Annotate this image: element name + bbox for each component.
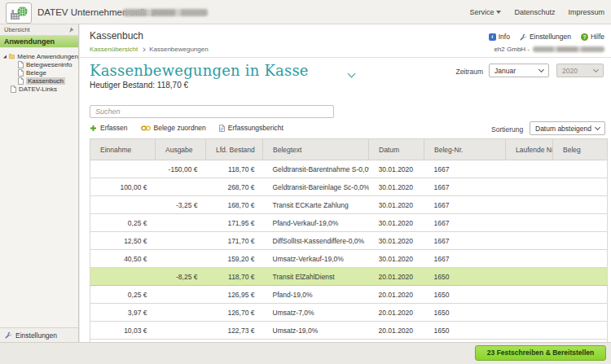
tree-expanded-icon[interactable] [3,55,7,59]
kasse-heading: Kassenbewegungen in Kasse [90,62,309,79]
table-row[interactable]: 0,25 €171,95 €Pfand-Verkauf-19,0%30.01.2… [90,214,608,232]
cell-datum: 30.01.2020 [369,250,424,268]
sidebar-einstellungen[interactable]: Einstellungen [0,327,78,342]
table-row[interactable]: -150,00 €118,70 €Geldtransit-Barentnahme… [90,160,608,178]
zeitraum-label: Zeitraum [426,68,483,76]
cell-datum: 20.01.2020 [369,322,424,340]
datev-logo-icon [6,2,32,24]
table-row[interactable]: 40,50 €159,20 €Umsatz-Verkauf-19,0%30.01… [90,250,608,268]
cell-einnahme [90,160,156,178]
cell-ausgabe: -3,25 € [156,196,206,214]
cell-belegtext: Geldtransit-Bareinlage Sc-0,0% [263,178,369,196]
cell-laufende_nr [506,232,553,250]
top-bar: DATEV Unternehmen online Service Datensc… [0,0,611,24]
sidebar-section-anwendungen: Anwendungen [0,36,78,48]
cell-einnahme: 40,50 € [90,250,156,268]
erfassungsbericht-button[interactable]: Erfassungsbericht [219,124,284,132]
caret-down-icon [496,11,501,14]
company-name-redacted [533,46,604,52]
cell-bestand: 171,70 € [206,232,263,250]
hilfe-button[interactable]: ? Hilfe [581,33,604,41]
cell-beleg [553,232,608,250]
sidebar: Übersicht Anwendungen Meine Anwendungen [0,24,79,342]
nav-datenschutz[interactable]: Datenschutz [514,8,555,16]
balance-value: 118,70 € [157,81,188,90]
cell-datum: 30.01.2020 [369,178,424,196]
col-datum: Datum [369,139,424,160]
table-row[interactable]: -8,25 €118,70 €Transit ElZahlDienst20.01… [90,268,608,286]
month-select[interactable]: Januar [489,64,549,77]
tree-item-belege[interactable]: Belege [18,68,78,77]
erfassen-button[interactable]: Erfassen [90,124,128,132]
cell-beleg [553,286,608,304]
kassenbewegungen-table: Einnahme Ausgabe Lfd. Bestand Belegtext … [90,138,608,342]
table-row[interactable]: 100,00 €268,70 €Geldtransit-Bareinlage S… [90,178,608,196]
table-row[interactable]: 0,25 €126,95 €Pfand-19,0%20.01.20201650 [90,286,608,304]
belege-zuordnen-button[interactable]: Belege zuordnen [141,124,206,132]
cell-beleg_nr: 1667 [424,214,506,232]
app-tree: Meine Anwendungen Belegweseninfo Belege [0,48,78,93]
col-laufende-nr: Laufende Nr. [506,139,553,160]
tree-item-belegweseninfo[interactable]: Belegweseninfo [18,60,78,68]
cell-beleg_nr: 1667 [424,232,506,250]
pin-icon[interactable] [68,27,74,33]
cell-belegtext: DiffSollIst-Kassendiffere-0,0% [263,232,369,250]
balance-line: Heutiger Bestand: 118,70 € [90,81,188,90]
breadcrumb: Kassenübersicht Kassenbewegungen [90,46,209,53]
cell-bestand: 122,73 € [206,322,263,340]
cell-laufende_nr [506,250,553,268]
nav-service[interactable]: Service [469,8,501,16]
cell-einnahme: 0,25 € [90,214,156,232]
tree-item-datev-links[interactable]: DATEV-Links [11,85,78,93]
cell-beleg_nr: 1650 [424,268,506,286]
chevron-down-icon [595,125,600,130]
sidebar-einstellungen-label: Einstellungen [15,331,57,340]
table-row[interactable]: 3,97 €126,70 €Umsatz-7,0%20.01.20201650 [90,304,608,322]
table-row[interactable]: -3,25 €168,70 €Transit ECKarte Zahlung30… [90,196,608,214]
cell-beleg_nr: 1667 [424,196,506,214]
year-select[interactable]: 2020 [556,64,604,77]
table-body: -150,00 €118,70 €Geldtransit-Barentnahme… [90,160,608,343]
cell-beleg [553,322,608,340]
cell-beleg [553,178,608,196]
folder-icon [9,53,15,59]
document-icon [18,61,24,68]
user-name-redacted [123,9,208,16]
col-beleg: Beleg [553,139,608,160]
cell-datum: 20.01.2020 [369,304,424,322]
cell-datum: 30.01.2020 [369,232,424,250]
document-icon [18,77,24,85]
cell-bestand: 168,70 € [206,196,263,214]
search-input[interactable] [90,105,334,118]
col-einnahme: Einnahme [90,139,156,160]
sort-select[interactable]: Datum absteigend [530,121,605,135]
cell-ausgabe [156,214,206,232]
table-row[interactable]: 12,50 €171,70 €DiffSollIst-Kassendiffere… [90,232,608,250]
tree-item-label-selected: Kassenbuch [26,77,65,85]
cell-bestand: 268,70 € [206,178,263,196]
help-icon: ? [581,33,588,41]
chevron-down-icon [538,67,544,72]
breadcrumb-kassenuebersicht[interactable]: Kassenübersicht [90,46,138,53]
cell-beleg_nr: 1650 [424,286,506,304]
col-ausgabe: Ausgabe [156,139,206,160]
cell-laufende_nr [506,304,553,322]
info-button[interactable]: i Info [489,33,510,41]
cell-laufende_nr [506,268,553,286]
cell-beleg [553,160,608,178]
tree-item-meine-anwendungen[interactable]: Meine Anwendungen [3,52,78,60]
wrench-icon [5,331,12,339]
festschreiben-bereitstellen-button[interactable]: 23 Festschreiben & Bereitstellen [475,345,606,361]
table-header: Einnahme Ausgabe Lfd. Bestand Belegtext … [90,139,608,160]
nav-impressum[interactable]: Impressum [568,8,604,16]
cell-laufende_nr [506,286,553,304]
info-icon: i [489,33,496,41]
einstellungen-button[interactable]: Einstellungen [520,33,571,41]
col-beleg-nr: Beleg-Nr. [424,139,506,160]
table-row[interactable]: 10,03 €122,73 €Umsatz-19,0%20.01.2020165… [90,322,608,340]
chevron-down-icon[interactable] [348,70,356,78]
wrench-icon [520,33,527,41]
cell-belegtext: Geldtransit-Barentnahme S-0,0% [263,160,369,178]
cell-bestand: 171,95 € [206,214,263,232]
tree-item-kassenbuch-selected[interactable]: Kassenbuch [18,77,78,85]
